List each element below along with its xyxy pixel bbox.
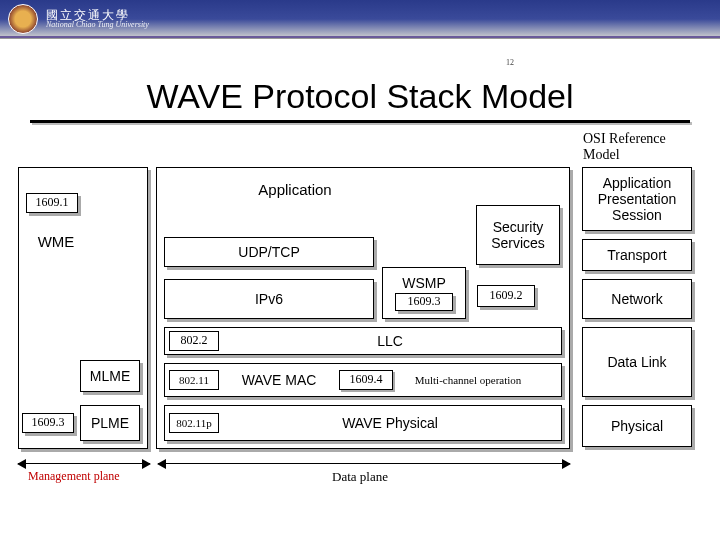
osi-heading: OSI Reference Model (583, 131, 703, 163)
university-name: 國立交通大學 National Chiao Tung University (46, 5, 149, 33)
mgmt-plane-arrow-icon (18, 463, 150, 464)
header-underline (0, 36, 720, 38)
header-bar: 國立交通大學 National Chiao Tung University (0, 0, 720, 39)
llc-std-badge: 802.2 (169, 331, 219, 351)
osi-network: Network (582, 279, 692, 319)
osi-app-pres-sess: Application Presentation Session (582, 167, 692, 231)
data-plane-arrow-icon (158, 463, 570, 464)
wsmp-label: WSMP (402, 275, 446, 291)
mco-std-badge: 1609.4 (339, 370, 393, 390)
title-block: 12 WAVE Protocol Stack Model (0, 59, 720, 123)
wme-label: WME (26, 231, 86, 253)
security-std-badge: 1609.2 (477, 285, 535, 307)
udp-tcp-box: UDP/TCP (164, 237, 374, 267)
wsmp-box: WSMP 1609.3 (382, 267, 466, 319)
mlme-box: MLME (80, 360, 140, 392)
mac-row: 802.11 WAVE MAC 1609.4 Multi-channel ope… (164, 363, 562, 397)
application-label: Application (200, 179, 390, 201)
mgmt-std-badge: 1609.1 (26, 193, 78, 213)
plme-std-badge: 1609.3 (22, 413, 74, 433)
phy-label: WAVE Physical (219, 415, 561, 431)
phy-row: 802.11p WAVE Physical (164, 405, 562, 441)
title-underline (30, 120, 690, 123)
llc-row: 802.2 LLC (164, 327, 562, 355)
osi-transport: Transport (582, 239, 692, 271)
llc-label: LLC (219, 333, 561, 349)
university-name-sub: National Chiao Tung University (46, 21, 149, 29)
ipv6-box: IPv6 (164, 279, 374, 319)
mco-label: Multi-channel operation (393, 374, 543, 387)
mac-std-badge: 802.11 (169, 370, 219, 390)
mac-label: WAVE MAC (219, 372, 339, 388)
osi-datalink: Data Link (582, 327, 692, 397)
page-number: 12 (506, 58, 514, 67)
diagram: OSI Reference Model Application Presenta… (0, 127, 720, 522)
security-box: Security Services (476, 205, 560, 265)
plme-box: PLME (80, 405, 140, 441)
osi-physical: Physical (582, 405, 692, 447)
wsmp-std-badge: 1609.3 (395, 293, 453, 311)
phy-std-badge: 802.11p (169, 413, 219, 433)
university-logo-icon (8, 4, 38, 34)
data-plane-label: Data plane (332, 469, 388, 485)
mgmt-plane-label: Management plane (28, 469, 120, 484)
page-title: WAVE Protocol Stack Model (116, 77, 603, 118)
